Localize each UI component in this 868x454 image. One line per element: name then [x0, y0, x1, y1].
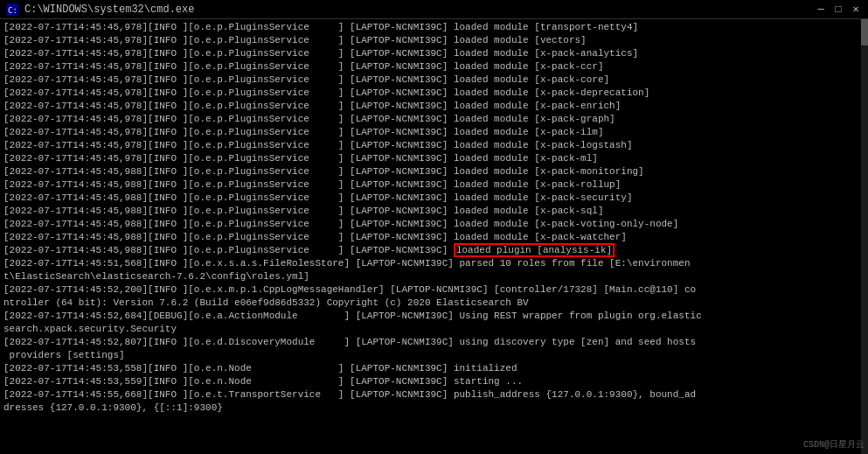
- title-bar: C: C:\WINDOWS\system32\cmd.exe — □ ✕: [0, 0, 868, 19]
- window-controls: — □ ✕: [814, 3, 863, 17]
- minimize-button[interactable]: —: [814, 3, 828, 17]
- console-line: t\ElasticSearch\elasticsearch-7.6.2\conf…: [3, 270, 865, 283]
- cmd-icon: C:: [5, 3, 19, 17]
- title-bar-left: C: C:\WINDOWS\system32\cmd.exe: [5, 3, 194, 17]
- console-line: [2022-07-17T14:45:45,988][INFO ][o.e.p.P…: [3, 244, 865, 257]
- console-body: [2022-07-17T14:45:45,978][INFO ][o.e.p.P…: [0, 19, 868, 454]
- console-output: [2022-07-17T14:45:45,978][INFO ][o.e.p.P…: [3, 21, 865, 415]
- console-line: [2022-07-17T14:45:45,978][INFO ][o.e.p.P…: [3, 60, 865, 73]
- close-button[interactable]: ✕: [849, 3, 863, 17]
- console-line: [2022-07-17T14:45:45,978][INFO ][o.e.p.P…: [3, 47, 865, 60]
- scrollbar[interactable]: [861, 19, 868, 454]
- console-line: [2022-07-17T14:45:52,200][INFO ][o.e.x.m…: [3, 283, 865, 297]
- console-line: search.xpack.security.Security: [3, 323, 865, 336]
- console-line: [2022-07-17T14:45:45,988][INFO ][o.e.p.P…: [3, 218, 865, 231]
- console-line: [2022-07-17T14:45:52,807][INFO ][o.e.d.D…: [3, 336, 865, 349]
- console-line: [2022-07-17T14:45:45,978][INFO ][o.e.p.P…: [3, 139, 865, 152]
- console-line: [2022-07-17T14:45:45,978][INFO ][o.e.p.P…: [3, 73, 865, 87]
- console-line: dresses {127.0.0.1:9300}, {[::1]:9300}: [3, 402, 865, 415]
- svg-text:C:: C:: [8, 6, 17, 15]
- console-line: [2022-07-17T14:45:45,988][INFO ][o.e.p.P…: [3, 192, 865, 205]
- line-prefix: [2022-07-17T14:45:45,988][INFO ][o.e.p.P…: [3, 245, 454, 255]
- console-line: [2022-07-17T14:45:51,568][INFO ][o.e.x.s…: [3, 257, 865, 270]
- maximize-button[interactable]: □: [831, 3, 845, 17]
- console-line: providers [settings]: [3, 349, 865, 362]
- window-title: C:\WINDOWS\system32\cmd.exe: [24, 3, 194, 16]
- console-line: ntroller (64 bit): Version 7.6.2 (Build …: [3, 297, 865, 310]
- console-line: [2022-07-17T14:45:55,668][INFO ][o.e.t.T…: [3, 388, 865, 402]
- console-line: [2022-07-17T14:45:45,978][INFO ][o.e.p.P…: [3, 34, 865, 47]
- console-line: [2022-07-17T14:45:45,978][INFO ][o.e.p.P…: [3, 100, 865, 113]
- console-line: [2022-07-17T14:45:45,978][INFO ][o.e.p.P…: [3, 113, 865, 126]
- watermark: CSDN@日星月云: [803, 438, 865, 451]
- console-line: [2022-07-17T14:45:45,988][INFO ][o.e.p.P…: [3, 231, 865, 244]
- console-line: [2022-07-17T14:45:45,978][INFO ][o.e.p.P…: [3, 152, 865, 165]
- console-line: [2022-07-17T14:45:45,988][INFO ][o.e.p.P…: [3, 178, 865, 192]
- console-line: [2022-07-17T14:45:45,988][INFO ][o.e.p.P…: [3, 205, 865, 218]
- console-line: [2022-07-17T14:45:45,978][INFO ][o.e.p.P…: [3, 21, 865, 34]
- console-line: [2022-07-17T14:45:52,684][DEBUG][o.e.a.A…: [3, 310, 865, 323]
- highlighted-plugin: loaded plugin [analysis-ik]: [454, 243, 615, 257]
- scrollbar-thumb[interactable]: [861, 19, 868, 45]
- console-line: [2022-07-17T14:45:45,978][INFO ][o.e.p.P…: [3, 87, 865, 100]
- console-line: [2022-07-17T14:45:53,559][INFO ][o.e.n.N…: [3, 375, 865, 388]
- console-line: [2022-07-17T14:45:45,988][INFO ][o.e.p.P…: [3, 165, 865, 178]
- console-line: [2022-07-17T14:45:45,978][INFO ][o.e.p.P…: [3, 126, 865, 139]
- console-line: [2022-07-17T14:45:53,558][INFO ][o.e.n.N…: [3, 362, 865, 375]
